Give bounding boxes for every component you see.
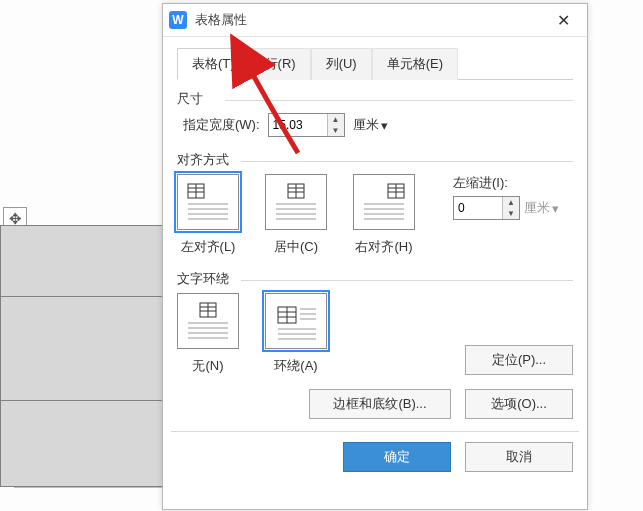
wrap-none-option[interactable]: 无(N) — [177, 293, 239, 375]
indent-unit-select[interactable]: 厘米 ▾ — [524, 199, 559, 217]
wrap-none-icon — [177, 293, 239, 349]
group-wrap: 文字环绕 无(N) 环绕(A) — [177, 270, 573, 375]
indent-step-up-icon[interactable]: ▲ — [503, 197, 519, 208]
chevron-down-icon: ▾ — [552, 201, 559, 216]
align-center-icon — [265, 174, 327, 230]
wrap-around-label: 环绕(A) — [274, 357, 317, 375]
cancel-button[interactable]: 取消 — [465, 442, 573, 472]
tab-row[interactable]: 行(R) — [250, 48, 311, 80]
wrap-around-option[interactable]: 环绕(A) — [265, 293, 327, 375]
wrap-none-label: 无(N) — [192, 357, 223, 375]
options-button[interactable]: 选项(O)... — [465, 389, 573, 419]
indent-input[interactable] — [454, 197, 502, 219]
group-align: 对齐方式 左对齐(L) 居中(C) — [177, 151, 573, 256]
group-align-legend: 对齐方式 — [177, 151, 573, 169]
align-right-option[interactable]: 右对齐(H) — [353, 174, 415, 256]
width-unit-label: 厘米 — [353, 116, 379, 134]
group-size: 尺寸 指定宽度(W): ▲ ▼ 厘米 ▾ — [177, 90, 573, 137]
app-icon: W — [169, 11, 187, 29]
indent-stepper[interactable]: ▲ ▼ — [453, 196, 520, 220]
tab-cell[interactable]: 单元格(E) — [372, 48, 458, 80]
background-table-column — [0, 225, 166, 487]
group-wrap-legend: 文字环绕 — [177, 270, 573, 288]
wrap-around-icon — [265, 293, 327, 349]
align-left-icon — [177, 174, 239, 230]
indent-label: 左缩进(I): — [453, 174, 559, 192]
tab-column[interactable]: 列(U) — [311, 48, 372, 80]
align-center-option[interactable]: 居中(C) — [265, 174, 327, 256]
tab-bar: 表格(T) 行(R) 列(U) 单元格(E) — [177, 47, 573, 80]
width-step-down-icon[interactable]: ▼ — [328, 125, 344, 136]
group-size-legend: 尺寸 — [177, 90, 573, 108]
width-stepper[interactable]: ▲ ▼ — [268, 113, 345, 137]
border-shading-button[interactable]: 边框和底纹(B)... — [309, 389, 451, 419]
tab-table[interactable]: 表格(T) — [177, 48, 250, 80]
width-unit-select[interactable]: 厘米 ▾ — [353, 116, 388, 134]
align-center-label: 居中(C) — [274, 238, 318, 256]
indent-step-down-icon[interactable]: ▼ — [503, 208, 519, 219]
width-step-up-icon[interactable]: ▲ — [328, 114, 344, 125]
options-row: 边框和底纹(B)... 选项(O)... — [177, 389, 573, 419]
table-properties-dialog: W 表格属性 ✕ 表格(T) 行(R) 列(U) 单元格(E) 尺寸 指定宽度(… — [162, 3, 588, 510]
chevron-down-icon: ▾ — [381, 118, 388, 133]
width-label: 指定宽度(W): — [183, 116, 260, 134]
indent-unit-label: 厘米 — [524, 199, 550, 217]
dialog-title: 表格属性 — [195, 11, 545, 29]
background-ruler — [14, 487, 164, 498]
dialog-titlebar: W 表格属性 ✕ — [163, 4, 587, 37]
width-input[interactable] — [269, 114, 327, 136]
dialog-footer: 确定 取消 — [177, 442, 573, 472]
align-right-icon — [353, 174, 415, 230]
ok-button[interactable]: 确定 — [343, 442, 451, 472]
align-left-label: 左对齐(L) — [181, 238, 236, 256]
align-right-label: 右对齐(H) — [355, 238, 412, 256]
align-left-option[interactable]: 左对齐(L) — [177, 174, 239, 256]
close-icon[interactable]: ✕ — [545, 11, 581, 30]
position-button[interactable]: 定位(P)... — [465, 345, 573, 375]
